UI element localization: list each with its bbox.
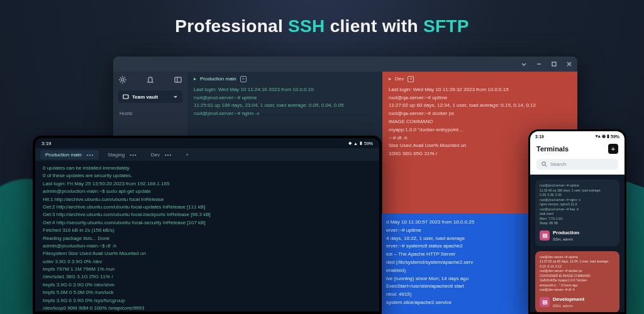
team-vault-selector[interactable]: Team vault	[118, 90, 182, 103]
svg-rect-2	[175, 77, 181, 82]
headline: Professional SSH client with SFTP	[0, 16, 644, 36]
search-input[interactable]: Search	[536, 159, 618, 170]
phone-status-bar: 3:19 ▾▴ ◉ ▮ 59%	[530, 131, 625, 141]
svg-rect-8	[543, 302, 547, 303]
add-terminal-button[interactable]: +	[608, 144, 618, 154]
terminal-tab[interactable]: Dev	[395, 75, 404, 84]
tablet-device: 3:19 ◆ ▲ ▮ 59% Production main•••Staging…	[33, 136, 382, 314]
sidebar-section-hosts[interactable]: Hosts	[118, 108, 182, 119]
wifi-icon: ◉	[602, 134, 606, 139]
tab-menu-icon[interactable]: •••	[87, 152, 94, 158]
new-tab-button[interactable]: +	[408, 76, 414, 82]
new-tab-button[interactable]: +	[240, 76, 247, 82]
tab-menu-icon[interactable]: •••	[165, 152, 172, 158]
server-badge-icon	[540, 230, 550, 241]
svg-rect-3	[123, 95, 128, 99]
tab-menu-icon[interactable]: •••	[130, 152, 136, 158]
server-badge-icon	[540, 297, 550, 307]
terminal-tab[interactable]: Dev•••	[146, 150, 177, 160]
wifi-icon: ◆	[348, 141, 352, 146]
signal-icon: ▾▴	[596, 134, 601, 139]
bell-icon[interactable]	[146, 75, 155, 84]
terminal-card-list: root@prod-server:~# uptime 11:32:40 up 1…	[530, 175, 625, 312]
terminal-output: Last login: Wed May 10 11:24:16 2023 fro…	[194, 86, 376, 118]
svg-rect-6	[543, 236, 547, 237]
card-subtitle: SSH, admin	[553, 303, 584, 309]
svg-rect-5	[543, 234, 547, 235]
terminal-output[interactable]: 0 updates can be installed immediately.0…	[35, 161, 379, 311]
terminal-card[interactable]: root@prod-server:~# uptime 11:32:40 up 1…	[535, 180, 619, 246]
panel-icon[interactable]	[174, 75, 182, 84]
close-icon[interactable]	[566, 61, 572, 67]
terminal-card[interactable]: root@dev-server:~# uptime 11:27:02 up 60…	[535, 251, 619, 313]
phone-header: Terminals +	[530, 141, 625, 159]
svg-rect-7	[543, 300, 547, 301]
terminal-icon: ▸	[194, 75, 196, 84]
card-title: Production	[553, 229, 579, 237]
terminal-tab[interactable]: Production main•••	[40, 150, 99, 160]
battery-icon: ▮	[607, 134, 609, 139]
phone-device: 3:19 ▾▴ ◉ ▮ 59% Terminals + Search root@…	[528, 129, 626, 314]
card-title: Development	[553, 296, 584, 303]
svg-point-4	[542, 162, 545, 165]
chevron-down-icon[interactable]	[521, 61, 527, 67]
svg-point-1	[121, 78, 124, 81]
card-subtitle: SSH, admin	[553, 237, 579, 242]
minimize-icon[interactable]	[536, 61, 542, 67]
page-title: Terminals	[536, 145, 569, 153]
tablet-tabs: Production main•••Staging•••Dev•••+	[35, 148, 379, 161]
terminal-tab[interactable]: Staging•••	[103, 150, 142, 160]
tablet-status-bar: 3:19 ◆ ▲ ▮ 59%	[35, 138, 379, 148]
battery-icon: ▮	[360, 141, 362, 146]
terminal-tab[interactable]: Production main	[200, 75, 236, 84]
maximize-icon[interactable]	[551, 61, 557, 67]
window-titlebar	[113, 57, 577, 72]
settings-icon[interactable]	[118, 75, 127, 84]
terminal-icon: ▸	[389, 75, 391, 84]
svg-rect-0	[552, 62, 556, 66]
new-tab-button[interactable]: +	[180, 150, 194, 160]
signal-icon: ▲	[353, 141, 358, 146]
